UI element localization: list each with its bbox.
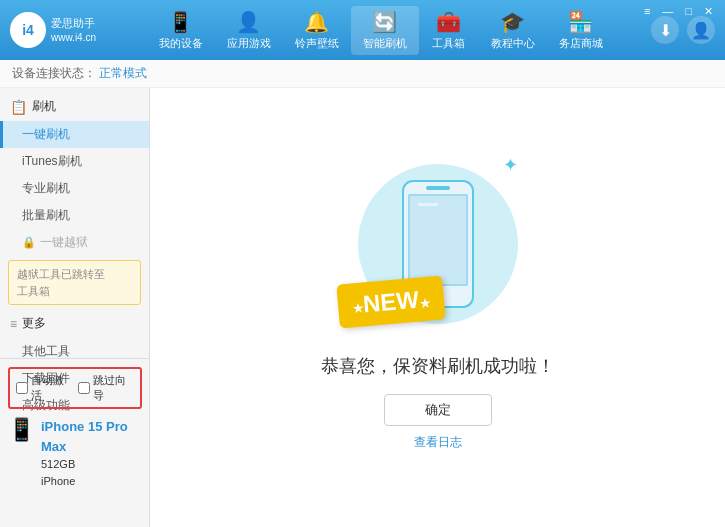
sidebar: 📋 刷机 一键刷机 iTunes刷机 专业刷机 批量刷机 🔒 一键越狱 越狱工具… (0, 88, 150, 527)
success-illustration: ✦ ★NEW★ 恭喜您，保 (321, 144, 555, 451)
header: i4 爱思助手 www.i4.cn 📱 我的设备 👤 应用游戏 🔔 铃声壁纸 🔄 (0, 0, 725, 60)
sidebar-checkbox-row: 自动激活 跳过向导 (8, 367, 142, 409)
success-text: 恭喜您，保资料刷机成功啦！ (321, 354, 555, 378)
logo-text: 爱思助手 www.i4.cn (51, 16, 96, 43)
svg-rect-3 (426, 186, 450, 190)
phone-container: ✦ ★NEW★ (328, 144, 548, 344)
header-right: ⬇ 👤 (651, 16, 715, 44)
tutorial-icon: 🎓 (500, 10, 525, 34)
sidebar-flash-section[interactable]: 📋 刷机 (0, 92, 149, 121)
device-storage: 512GB (41, 456, 142, 473)
auto-activate-input[interactable] (16, 382, 28, 394)
confirm-button[interactable]: 确定 (384, 394, 492, 426)
content-area: ✦ ★NEW★ 恭喜您，保 (150, 88, 725, 527)
close-button[interactable]: ✕ (700, 4, 717, 19)
device-type: iPhone (41, 473, 142, 490)
sidebar-more-section[interactable]: ≡ 更多 (0, 309, 149, 338)
main-area: 📋 刷机 一键刷机 iTunes刷机 专业刷机 批量刷机 🔒 一键越狱 越狱工具… (0, 88, 725, 527)
sparkles-icon: ✦ (503, 154, 518, 176)
shop-icon: 🏪 (568, 10, 593, 34)
view-log-button[interactable]: 查看日志 (414, 434, 462, 451)
new-badge: ★NEW★ (336, 275, 445, 328)
more-section-icon: ≡ (10, 317, 17, 331)
nav-toolbox[interactable]: 🧰 工具箱 (419, 6, 479, 55)
minimize-button[interactable]: — (658, 4, 677, 19)
sidebar-note: 越狱工具已跳转至 工具箱 (8, 260, 141, 305)
flash-icon: 🔄 (372, 10, 397, 34)
user-button[interactable]: 👤 (687, 16, 715, 44)
skip-guide-checkbox[interactable]: 跳过向导 (78, 373, 134, 403)
breadcrumb: 设备连接状态： 正常模式 (0, 60, 725, 88)
auto-activate-checkbox[interactable]: 自动激活 (16, 373, 72, 403)
nav-app-games[interactable]: 👤 应用游戏 (215, 6, 283, 55)
sidebar-one-key-jailbreak: 🔒 一键越狱 (0, 229, 149, 256)
window-controls: ≡ — □ ✕ (640, 4, 717, 19)
nav-service-shop[interactable]: 🏪 务店商城 (547, 6, 615, 55)
ringtone-icon: 🔔 (304, 10, 329, 34)
device-text-block: iPhone 15 Pro Max 512GB iPhone (41, 417, 142, 489)
device-info: 📱 iPhone 15 Pro Max 512GB iPhone (8, 415, 142, 491)
nav-tutorial[interactable]: 🎓 教程中心 (479, 6, 547, 55)
svg-rect-5 (418, 203, 438, 206)
sidebar-item-one-key-flash[interactable]: 一键刷机 (0, 121, 149, 148)
main-nav: 📱 我的设备 👤 应用游戏 🔔 铃声壁纸 🔄 智能刷机 🧰 工具箱 🎓 (120, 6, 641, 55)
restore-button[interactable]: □ (681, 4, 696, 19)
flash-section-icon: 📋 (10, 99, 27, 115)
nav-my-device[interactable]: 📱 我的设备 (147, 6, 215, 55)
sidebar-item-itunes-flash[interactable]: iTunes刷机 (0, 148, 149, 175)
device-name: iPhone 15 Pro Max (41, 417, 142, 456)
logo-icon: i4 (10, 12, 46, 48)
svg-rect-4 (410, 196, 466, 284)
device-icon: 📱 (168, 10, 193, 34)
skip-guide-input[interactable] (78, 382, 90, 394)
apps-icon: 👤 (236, 10, 261, 34)
nav-smart-flash[interactable]: 🔄 智能刷机 (351, 6, 419, 55)
download-button[interactable]: ⬇ (651, 16, 679, 44)
wifi-icon: ≡ (640, 4, 654, 19)
device-phone-icon: 📱 (8, 417, 35, 443)
sidebar-bottom: 自动激活 跳过向导 📱 iPhone 15 Pro Max 512GB iPho… (0, 358, 150, 499)
sidebar-item-pro-flash[interactable]: 专业刷机 (0, 175, 149, 202)
logo: i4 爱思助手 www.i4.cn (10, 12, 120, 48)
nav-ringtones[interactable]: 🔔 铃声壁纸 (283, 6, 351, 55)
sidebar-item-batch-flash[interactable]: 批量刷机 (0, 202, 149, 229)
toolbox-icon: 🧰 (436, 10, 461, 34)
